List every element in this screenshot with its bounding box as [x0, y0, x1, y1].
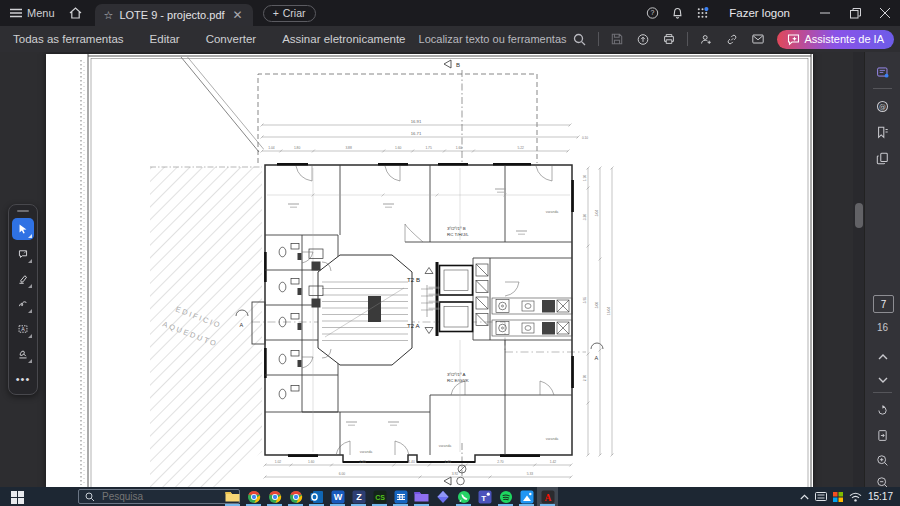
toolbar-drag-handle[interactable] — [17, 210, 29, 212]
request-signature-button[interactable] — [694, 28, 718, 50]
taskbar-app-cs[interactable]: CS — [369, 487, 390, 506]
sign-in-button[interactable]: Fazer logon — [723, 6, 796, 20]
scrollbar-thumb[interactable] — [855, 203, 863, 228]
zoom-in-button[interactable] — [870, 448, 895, 472]
menu-edit[interactable]: Editar — [137, 26, 193, 52]
taskbar-chrome-3[interactable] — [285, 487, 306, 506]
svg-text:1.80: 1.80 — [294, 146, 301, 150]
comments-panel-button[interactable]: @ — [870, 94, 895, 118]
restore-button[interactable] — [840, 0, 870, 26]
document-tab[interactable]: ☆ LOTE 9 - projecto.pdf ✕ — [95, 4, 253, 26]
search-icon — [85, 492, 95, 502]
taskbar-clock[interactable]: 15:17 — [868, 491, 893, 502]
current-page: 7 — [881, 299, 887, 310]
more-tools-button[interactable]: ••• — [12, 368, 34, 390]
envelope-icon — [752, 33, 764, 45]
share-upload-button[interactable] — [631, 28, 655, 50]
taskbar-search-input[interactable] — [100, 490, 214, 503]
svg-text:5.04: 5.04 — [595, 210, 599, 217]
tab-close-icon[interactable]: ✕ — [231, 8, 245, 22]
add-text-tool[interactable]: A — [12, 318, 34, 340]
home-icon — [69, 7, 82, 19]
taskbar-whatsapp[interactable] — [453, 487, 474, 506]
start-button[interactable] — [11, 490, 25, 504]
help-button[interactable]: ? — [640, 0, 665, 26]
fit-page-button[interactable] — [870, 423, 895, 447]
balcony-label: varanda — [439, 444, 452, 448]
find-toolbar-search[interactable]: Localizar texto ou ferramentas — [413, 33, 592, 46]
svg-text:1.40: 1.40 — [408, 460, 415, 464]
at-comment-icon: @ — [876, 99, 889, 114]
draw-tool[interactable] — [12, 293, 34, 315]
highlight-tool[interactable] — [12, 268, 34, 290]
roof-outline — [181, 57, 537, 163]
bathroom-fixtures — [279, 244, 323, 399]
notifications-button[interactable] — [665, 0, 690, 26]
previous-page-button[interactable] — [870, 345, 895, 369]
taskbar-chrome-1[interactable] — [243, 487, 264, 506]
email-button[interactable] — [746, 28, 770, 50]
current-page-box[interactable]: 7 — [873, 295, 894, 313]
tray-touch-keyboard-button[interactable] — [815, 492, 827, 501]
signature-pen-icon — [18, 347, 28, 361]
tray-show-hidden-button[interactable] — [800, 494, 809, 500]
svg-text:@: @ — [879, 102, 886, 110]
kitchen-fixtures — [492, 298, 572, 336]
app-cs-icon: CS — [373, 490, 387, 504]
save-button[interactable] — [605, 28, 629, 50]
bookmarks-panel-button[interactable] — [870, 120, 895, 144]
taskbar-outlook[interactable] — [306, 487, 327, 506]
menu-button[interactable]: Menu — [0, 0, 63, 26]
unit-top-label-1: 3º/2º/1º B — [447, 226, 466, 231]
titlebar: Menu ☆ LOTE 9 - projecto.pdf ✕ + Criar ? — [0, 0, 900, 26]
rotate-page-button[interactable] — [870, 398, 895, 422]
create-button[interactable]: + Criar — [263, 5, 316, 22]
taskbar-photos[interactable] — [516, 487, 537, 506]
ai-assistant-button[interactable]: Assistente de IA — [777, 30, 895, 49]
taskbar-teams[interactable]: T — [474, 487, 495, 506]
apps-grid-button[interactable] — [690, 0, 715, 26]
balcony-label: varanda — [546, 437, 559, 441]
fill-sign-tool[interactable] — [12, 343, 34, 365]
select-tool[interactable] — [12, 218, 34, 240]
taskbar-spotify[interactable] — [495, 487, 516, 506]
star-icon[interactable]: ☆ — [104, 9, 114, 22]
tray-wifi-button[interactable] — [849, 492, 862, 502]
taskbar-chrome-2[interactable] — [264, 487, 285, 506]
print-button[interactable] — [657, 28, 681, 50]
svg-text:1.45: 1.45 — [445, 460, 452, 464]
acrobat-window: Menu ☆ LOTE 9 - projecto.pdf ✕ + Criar ? — [0, 0, 900, 506]
taskbar-app-z[interactable]: Z — [348, 487, 369, 506]
tray-colored-app-button[interactable] — [833, 492, 843, 502]
comment-tool[interactable] — [12, 243, 34, 265]
close-icon — [880, 8, 890, 18]
ai-panel-icon — [876, 64, 889, 80]
close-button[interactable] — [870, 0, 900, 26]
home-button[interactable] — [63, 0, 89, 26]
taskbar-acrobat[interactable]: A — [537, 487, 558, 506]
page-thumbnails-button[interactable] — [870, 146, 895, 170]
word-icon: W — [331, 490, 345, 504]
ai-assistant-panel-button[interactable] — [870, 60, 895, 84]
menu-convert[interactable]: Converter — [193, 26, 270, 52]
save-icon — [611, 32, 623, 46]
taskbar-search-box[interactable] — [78, 489, 240, 504]
svg-text:2.45: 2.45 — [359, 460, 366, 464]
outlook-icon — [310, 490, 324, 504]
taskbar-file-explorer[interactable] — [222, 487, 243, 506]
menu-esign[interactable]: Assinar eletronicamente — [269, 26, 418, 52]
next-page-button[interactable] — [870, 368, 895, 392]
link-button[interactable] — [720, 28, 744, 50]
taskbar-app-purple-folder[interactable] — [411, 487, 432, 506]
minimize-icon — [820, 8, 830, 18]
taskbar-app-grid[interactable] — [390, 487, 411, 506]
svg-text:1.75: 1.75 — [425, 146, 432, 150]
document-canvas[interactable]: EDIFICIO AQUEDUTO 16.91 — [0, 52, 853, 487]
menu-all-tools[interactable]: Todas as ferramentas — [0, 26, 137, 52]
system-tray: 15:17 — [800, 487, 900, 506]
svg-text:A: A — [544, 492, 551, 502]
taskbar-app-diamond[interactable] — [432, 487, 453, 506]
minimize-button[interactable] — [810, 0, 840, 26]
taskbar-word[interactable]: W — [327, 487, 348, 506]
purple-folder-icon — [414, 490, 429, 503]
